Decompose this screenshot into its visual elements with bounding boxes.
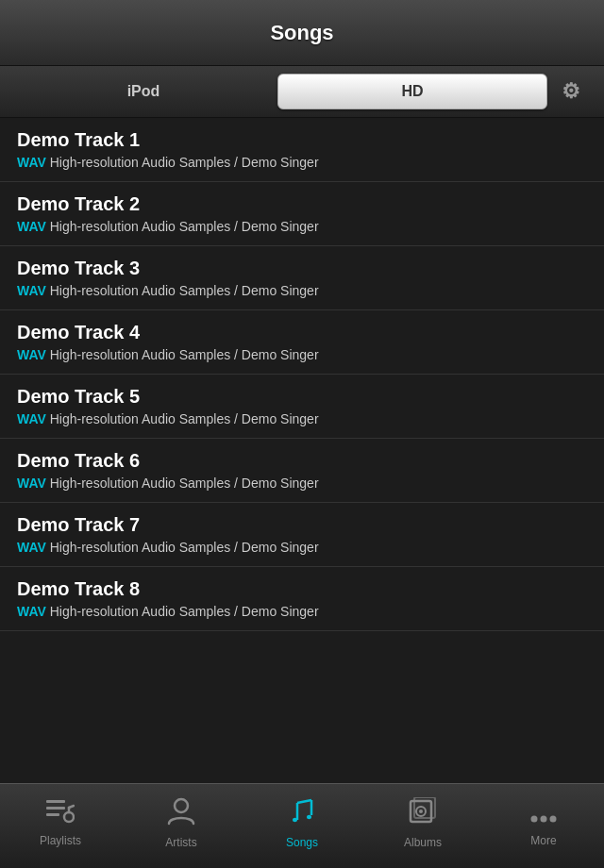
track-item-7[interactable]: Demo Track 7WAV High-resolution Audio Sa… (0, 503, 604, 567)
nav-artists[interactable]: Artists (121, 784, 242, 868)
track-title: Demo Track 1 (17, 129, 587, 151)
more-icon (529, 800, 558, 830)
track-title: Demo Track 4 (17, 322, 587, 343)
svg-point-13 (419, 810, 423, 813)
track-title: Demo Track 3 (17, 258, 587, 279)
track-format: WAV (17, 283, 46, 298)
track-title: Demo Track 2 (17, 193, 587, 215)
tab-settings[interactable]: ⚙ (547, 74, 595, 109)
track-meta: WAV High-resolution Audio Samples / Demo… (17, 476, 587, 491)
nav-more-label: More (530, 834, 556, 847)
bottom-nav: Playlists Artists Songs (0, 783, 604, 868)
nav-more[interactable]: More (483, 784, 604, 868)
svg-point-16 (550, 815, 557, 822)
track-item-8[interactable]: Demo Track 8WAV High-resolution Audio Sa… (0, 567, 604, 631)
svg-line-5 (69, 806, 74, 808)
tab-hd-label: HD (401, 83, 423, 100)
track-format: WAV (17, 219, 46, 234)
album-icon (409, 797, 437, 832)
track-item-5[interactable]: Demo Track 5WAV High-resolution Audio Sa… (0, 375, 604, 439)
artist-icon (167, 797, 195, 832)
track-format: WAV (17, 155, 46, 170)
page-title: Songs (270, 21, 333, 45)
tab-ipod[interactable]: iPod (9, 74, 277, 109)
track-item-4[interactable]: Demo Track 4WAV High-resolution Audio Sa… (0, 310, 604, 375)
svg-line-8 (297, 800, 311, 803)
track-item-1[interactable]: Demo Track 1WAV High-resolution Audio Sa… (0, 118, 604, 182)
track-meta: WAV High-resolution Audio Samples / Demo… (17, 540, 587, 555)
gear-icon: ⚙ (562, 79, 580, 104)
svg-point-6 (175, 799, 188, 812)
track-item-3[interactable]: Demo Track 3WAV High-resolution Audio Sa… (0, 246, 604, 310)
songs-icon (290, 797, 314, 832)
track-item-6[interactable]: Demo Track 6WAV High-resolution Audio Sa… (0, 439, 604, 503)
track-title: Demo Track 7 (17, 514, 587, 536)
track-format: WAV (17, 347, 46, 362)
nav-albums[interactable]: Albums (362, 784, 483, 868)
track-meta: WAV High-resolution Audio Samples / Demo… (17, 219, 587, 234)
nav-playlists[interactable]: Playlists (0, 784, 121, 868)
nav-songs[interactable]: Songs (242, 784, 362, 868)
svg-point-15 (541, 815, 547, 822)
svg-rect-2 (46, 813, 59, 816)
track-format: WAV (17, 604, 46, 619)
header: Songs (0, 0, 604, 66)
track-meta: WAV High-resolution Audio Samples / Demo… (17, 283, 587, 298)
track-title: Demo Track 8 (17, 578, 587, 600)
nav-albums-label: Albums (404, 836, 442, 849)
track-format: WAV (17, 540, 46, 555)
nav-songs-label: Songs (286, 836, 318, 849)
track-format: WAV (17, 411, 46, 426)
track-item-2[interactable]: Demo Track 2WAV High-resolution Audio Sa… (0, 182, 604, 246)
track-format: WAV (17, 476, 46, 491)
track-title: Demo Track 5 (17, 386, 587, 408)
svg-rect-1 (46, 807, 65, 810)
track-meta: WAV High-resolution Audio Samples / Demo… (17, 155, 587, 170)
tab-ipod-label: iPod (127, 83, 160, 100)
svg-rect-0 (46, 800, 65, 803)
track-meta: WAV High-resolution Audio Samples / Demo… (17, 347, 587, 362)
nav-playlists-label: Playlists (40, 834, 81, 847)
playlist-icon (46, 799, 75, 830)
source-tabs: iPod HD ⚙ (0, 66, 604, 118)
song-list: Demo Track 1WAV High-resolution Audio Sa… (0, 118, 604, 783)
svg-point-3 (64, 812, 74, 822)
track-title: Demo Track 6 (17, 450, 587, 472)
nav-artists-label: Artists (165, 836, 196, 849)
svg-point-14 (531, 815, 538, 822)
tab-hd[interactable]: HD (277, 74, 547, 109)
track-meta: WAV High-resolution Audio Samples / Demo… (17, 411, 587, 426)
track-meta: WAV High-resolution Audio Samples / Demo… (17, 604, 587, 619)
